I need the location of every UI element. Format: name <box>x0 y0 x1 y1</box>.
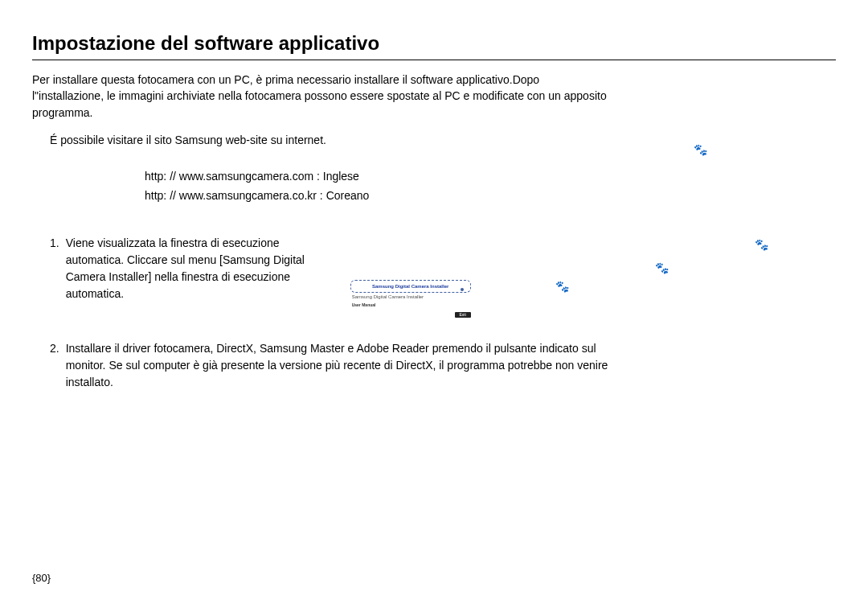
page-number: {80} <box>32 572 51 584</box>
step-2-text: Installare il driver fotocamera, DirectX… <box>66 340 612 391</box>
title-divider <box>32 60 836 60</box>
website-note: É possibile visitare il sito Samsung web… <box>50 132 836 148</box>
url-block: http: // www.samsungcamera.com : Inglese… <box>145 167 836 206</box>
page-title: Impostazione del software applicativo <box>32 32 836 55</box>
paw-icon: 🐾 <box>755 238 768 251</box>
url-english: http: // www.samsungcamera.com : Inglese <box>145 167 836 187</box>
cursor-icon <box>461 288 464 291</box>
paw-icon: 🐾 <box>655 261 669 274</box>
autorun-exit-button: Exit <box>455 312 471 318</box>
autorun-installer-box: Samsung Digital Camera Installer <box>350 280 471 293</box>
page: Impostazione del software applicativo Pe… <box>0 0 868 600</box>
step-1-number: 1. <box>50 235 59 302</box>
paw-icon: 🐾 <box>694 143 707 156</box>
step-1-text: Viene visualizzata la finestra di esecuz… <box>66 235 331 302</box>
intro-paragraph: Per installare questa fotocamera con un … <box>32 72 611 121</box>
url-korean: http: // www.samsungcamera.co.kr : Corea… <box>145 187 836 206</box>
autorun-user-manual: User Manual <box>352 302 471 307</box>
paw-icon: 🐾 <box>555 280 569 293</box>
autorun-screenshot: Samsung Digital Camera Installer Samsung… <box>350 280 471 318</box>
step-1: 1. Viene visualizzata la finestra di ese… <box>50 235 836 318</box>
autorun-installer-subtext: Samsung Digital Camera Installer <box>352 294 471 299</box>
step-2: 2. Installare il driver fotocamera, Dire… <box>50 340 836 391</box>
autorun-installer-label: Samsung Digital Camera Installer <box>372 284 448 289</box>
step-2-number: 2. <box>50 340 59 357</box>
